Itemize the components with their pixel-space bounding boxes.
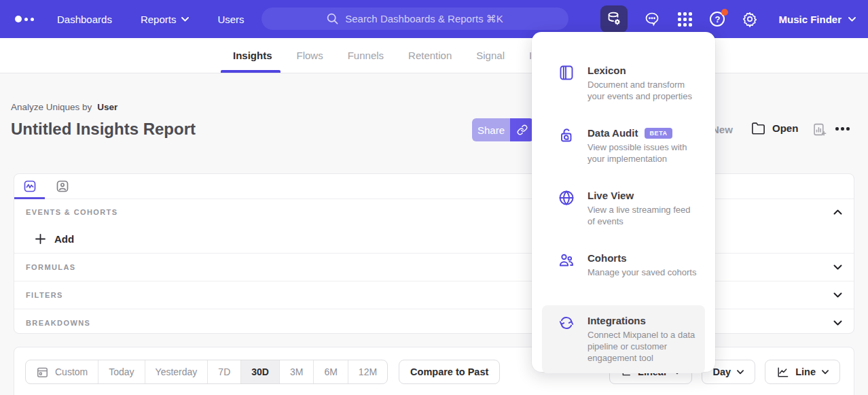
share-button[interactable]: Share: [472, 118, 510, 141]
search-input[interactable]: Search Dashboards & Reports ⌘K: [261, 7, 568, 30]
share-label: Share: [477, 124, 505, 136]
nav-link-reports[interactable]: Reports: [141, 14, 189, 25]
live-view-globe-icon: [558, 190, 575, 206]
analyze-subtitle: Analyze Uniques by User: [11, 102, 117, 112]
filters-section-label: FILTERS: [26, 291, 63, 299]
tab-insights[interactable]: Insights: [233, 50, 272, 61]
apps-grid-icon: [678, 12, 692, 27]
range-today[interactable]: Today: [98, 360, 144, 383]
chevron-down-icon: [822, 370, 829, 375]
chevron-down-icon[interactable]: [833, 292, 842, 298]
range-custom[interactable]: Custom: [26, 360, 98, 383]
filters-section-header[interactable]: FILTERS: [14, 281, 854, 309]
events-mode-tab[interactable]: [23, 179, 37, 193]
chevron-down-icon[interactable]: [833, 264, 842, 270]
plus-icon: [35, 234, 46, 244]
chevron-up-icon[interactable]: [833, 209, 842, 215]
range-custom-label: Custom: [55, 366, 88, 377]
tab-flows[interactable]: Flows: [297, 50, 323, 61]
tab-signal[interactable]: Signal: [476, 50, 505, 61]
range-yesterday[interactable]: Yesterday: [145, 360, 208, 383]
integrations-sync-icon: [558, 315, 575, 331]
database-gear-icon: [606, 11, 622, 27]
menu-item-desc: Document and transform your events and p…: [587, 79, 697, 102]
data-management-menu: Lexicon Document and transform your even…: [532, 32, 715, 372]
chevron-down-icon: [181, 17, 189, 22]
beta-badge: BETA: [645, 128, 672, 139]
compare-to-past-button[interactable]: Compare to Past: [399, 360, 500, 384]
range-7d[interactable]: 7D: [207, 360, 240, 383]
cohorts-people-icon: [558, 252, 575, 269]
project-name: Music Finder: [778, 14, 842, 25]
menu-item-title: Lexicon: [587, 65, 626, 76]
nav-link-users[interactable]: Users: [217, 14, 244, 25]
add-label: Add: [54, 233, 74, 245]
chevron-down-icon: [848, 17, 856, 22]
nav-link-dashboards-label: Dashboards: [57, 14, 112, 25]
gear-icon: [742, 11, 758, 27]
menu-item-desc: View possible issues with your implement…: [587, 141, 697, 165]
formulas-section-label: FORMULAS: [26, 263, 76, 271]
users-mode-tab[interactable]: [56, 179, 69, 193]
notification-dot: [721, 9, 728, 16]
add-event-button[interactable]: Add: [14, 225, 854, 253]
chart-type-label: Line: [795, 366, 816, 377]
range-6m[interactable]: 6M: [313, 360, 347, 383]
menu-item-desc: Connect Mixpanel to a data pipeline or c…: [587, 329, 697, 364]
analyze-prefix: Analyze Uniques by: [11, 102, 92, 112]
search-placeholder: Search Dashboards & Reports ⌘K: [345, 13, 503, 25]
range-30d[interactable]: 30D: [240, 360, 279, 383]
project-switcher[interactable]: Music Finder: [778, 14, 856, 25]
menu-item-desc: View a live streaming feed of events: [587, 204, 697, 227]
add-to-dashboard-button[interactable]: [812, 122, 827, 137]
formulas-section-header[interactable]: FORMULAS: [14, 254, 854, 281]
tab-retention[interactable]: Retention: [408, 50, 452, 61]
events-section-label: EVENTS & COHORTS: [26, 208, 117, 216]
breakdowns-section-header[interactable]: BREAKDOWNS: [14, 309, 854, 337]
chevron-down-icon: [737, 370, 744, 375]
menu-item-title: Data Audit: [587, 127, 638, 139]
help-button[interactable]: ?: [709, 11, 725, 27]
report-title[interactable]: Untitled Insights Report: [11, 120, 196, 139]
menu-item-integrations[interactable]: Integrations Connect Mixpanel to a data …: [542, 305, 705, 373]
query-mode-tabs: [14, 174, 854, 199]
range-12m[interactable]: 12M: [348, 360, 387, 383]
analyze-value[interactable]: User: [97, 102, 117, 112]
menu-item-lexicon[interactable]: Lexicon Document and transform your even…: [542, 55, 705, 118]
copy-link-button[interactable]: [510, 118, 534, 141]
chart-type-dropdown[interactable]: Line: [765, 360, 840, 384]
share-split-button: Share: [472, 118, 534, 141]
settings-button[interactable]: [742, 11, 758, 27]
menu-item-cohorts[interactable]: Cohorts Manage your saved cohorts: [542, 243, 705, 305]
more-options-button[interactable]: [835, 127, 850, 131]
search-icon: [327, 13, 338, 24]
menu-item-title: Cohorts: [587, 252, 627, 264]
activity-chart-icon: [23, 179, 37, 193]
open-label: Open: [772, 122, 798, 134]
report-tabbar: Insights Flows Funnels Retention Signal …: [0, 38, 868, 73]
nav-link-users-label: Users: [217, 14, 244, 25]
open-report-button[interactable]: Open: [751, 122, 798, 135]
chevron-down-icon[interactable]: [833, 320, 842, 326]
messages-button[interactable]: [644, 11, 660, 27]
nav-link-dashboards[interactable]: Dashboards: [57, 14, 112, 25]
data-management-button[interactable]: [600, 5, 628, 33]
events-section-header[interactable]: EVENTS & COHORTS: [14, 199, 854, 225]
mixpanel-logo-icon[interactable]: [15, 16, 34, 22]
user-profile-icon: [56, 179, 69, 193]
folder-icon: [751, 122, 765, 135]
menu-item-title: Live View: [587, 190, 634, 201]
link-icon: [517, 124, 528, 135]
top-nav: Dashboards Reports Users Search Dashboar…: [0, 0, 868, 38]
query-builder-card: EVENTS & COHORTS Add FORMULAS FILTERS BR…: [14, 173, 854, 334]
interval-label: Day: [713, 366, 731, 377]
apps-grid-button[interactable]: [676, 11, 693, 27]
range-3m[interactable]: 3M: [279, 360, 313, 383]
menu-item-live-view[interactable]: Live View View a live streaming feed of …: [542, 180, 705, 243]
active-tab-underline: [221, 70, 281, 73]
menu-item-data-audit[interactable]: Data Audit BETA View possible issues wit…: [542, 118, 705, 180]
date-range-segmented-control: Custom Today Yesterday 7D 30D 3M 6M 12M: [25, 360, 388, 384]
add-to-dashboard-icon: [812, 122, 827, 137]
menu-item-desc: Manage your saved cohorts: [587, 267, 696, 278]
tab-funnels[interactable]: Funnels: [348, 50, 384, 61]
